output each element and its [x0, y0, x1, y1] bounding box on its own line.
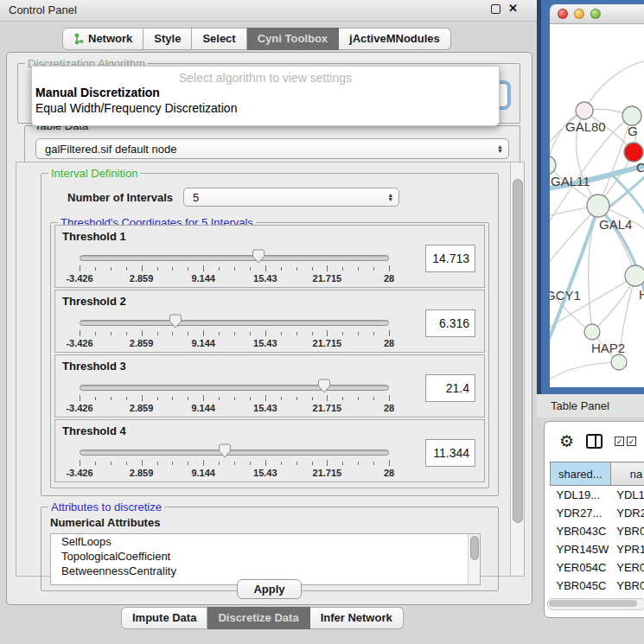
table-cell[interactable]: YLR3 [610, 613, 644, 618]
threshold-slider[interactable]: -3.4262.8599.14415.4321.71528 [80, 250, 389, 284]
tab-label: Cyni Toolbox [258, 29, 328, 49]
network-edge [550, 111, 584, 163]
table-cell[interactable]: YDL1 [610, 486, 644, 505]
thresholds-group: Threshold's Coordinates for 5 Intervals … [50, 222, 489, 488]
table-cell[interactable]: YDR2 [610, 504, 644, 522]
apply-button[interactable]: Apply [237, 579, 301, 599]
threshold-slider[interactable]: -3.4262.8599.14415.4321.71528 [80, 444, 389, 479]
tab-infer-network[interactable]: Infer Network [310, 607, 404, 629]
threshold-slider[interactable]: -3.4262.8599.14415.4321.71528 [80, 315, 389, 349]
attributes-scrollbar[interactable] [468, 534, 480, 584]
cyni-toolbox-panel: Discretization Algorithm Select algorith… [6, 52, 532, 605]
table-row[interactable]: YPR145WYPR1 [551, 540, 644, 558]
algorithm-option[interactable]: Equal Width/Frequency Discretization [32, 100, 499, 116]
network-node[interactable] [576, 102, 593, 119]
columns-icon[interactable] [586, 434, 603, 449]
checkbox-icon[interactable]: ✓ [627, 437, 636, 446]
table-cell[interactable]: YBR0 [610, 577, 644, 595]
table-cell[interactable]: YPR145W [551, 540, 611, 558]
float-window-icon[interactable] [491, 4, 501, 14]
table-cell[interactable]: YDL19... [551, 486, 611, 505]
threshold-box: Threshold 2-3.4262.8599.14415.4321.71528… [54, 290, 485, 353]
table-row[interactable]: YLR345WYLR3 [551, 613, 644, 618]
slider-thumb[interactable] [317, 379, 330, 393]
slider-track[interactable] [80, 385, 389, 391]
attribute-item[interactable]: TopologicalCoefficient [51, 549, 480, 564]
num-intervals-label: Number of Intervals [67, 191, 173, 204]
table-row[interactable]: YDL19...YDL1 [551, 486, 644, 505]
network-canvas[interactable]: GAL80GCGAL11GAL4GCY1HHAP2 [550, 24, 644, 387]
table-panel-title: Table Panel [551, 399, 609, 412]
table-row[interactable]: YDR27...YDR2 [551, 504, 644, 522]
network-node[interactable] [611, 354, 627, 370]
network-node[interactable] [625, 265, 644, 286]
network-node[interactable] [587, 194, 609, 217]
table-column-header[interactable]: shared... [551, 462, 611, 486]
table-data-combo[interactable]: galFiltered.sif default node ▲▼ [35, 138, 509, 159]
table-cell[interactable]: YPR1 [610, 540, 644, 558]
close-icon[interactable]: ✕ [508, 3, 518, 14]
slider-track[interactable] [80, 320, 389, 326]
network-node[interactable] [584, 324, 600, 340]
close-traffic-light-icon[interactable] [558, 9, 568, 19]
threshold-slider[interactable]: -3.4262.8599.14415.4321.71528 [80, 379, 389, 414]
table-cell[interactable]: YBR043C [551, 522, 611, 540]
tab-select[interactable]: Select [192, 28, 246, 50]
slider-ticks [80, 395, 389, 402]
attribute-item[interactable]: BetweennessCentrality [51, 564, 480, 578]
table-cell[interactable]: YLR345W [551, 613, 611, 618]
tab-label: Select [202, 29, 235, 49]
algorithm-popup: Select algorithm to view settings Manual… [31, 66, 500, 126]
combo-spinner-icon: ▲▼ [387, 193, 393, 201]
table-cell[interactable]: YER0 [610, 558, 644, 577]
threshold-label: Threshold 4 [62, 424, 126, 437]
table-hscrollbar[interactable] [547, 598, 644, 610]
slider-scale-labels: -3.4262.8599.14415.4321.71528 [80, 403, 389, 413]
slider-track[interactable] [80, 255, 389, 261]
slider-scale-labels: -3.4262.8599.14415.4321.71528 [80, 468, 389, 478]
table-toolbar: ⚙ ✓ ✓ [545, 422, 644, 460]
tab-discretize-data[interactable]: Discretize Data [207, 607, 309, 629]
table-row[interactable]: YER054CYER0 [551, 558, 644, 577]
threshold-value-field[interactable]: 14.713 [425, 245, 475, 272]
table-cell[interactable]: YBR0 [610, 522, 644, 540]
network-edge [610, 173, 644, 216]
slider-thumb[interactable] [252, 249, 265, 264]
network-node[interactable] [624, 143, 643, 162]
network-edge [550, 206, 598, 277]
gear-icon[interactable]: ⚙ [559, 433, 574, 450]
table-cell[interactable]: YDR27... [551, 504, 611, 522]
table-row[interactable]: YBR043CYBR0 [551, 522, 644, 540]
num-intervals-combo[interactable]: 5 ▲▼ [183, 188, 399, 207]
threshold-label: Threshold 2 [62, 295, 126, 308]
slider-thumb[interactable] [169, 314, 182, 328]
slider-ticks [80, 460, 389, 467]
threshold-value-field[interactable]: 21.4 [425, 374, 475, 402]
tab-impute-data[interactable]: Impute Data [121, 607, 207, 629]
algorithm-option[interactable]: Manual Discretization [32, 85, 499, 100]
network-node[interactable] [622, 106, 641, 125]
minimize-traffic-light-icon[interactable] [574, 9, 584, 19]
network-node[interactable] [550, 156, 556, 175]
table-cell[interactable]: YER054C [551, 558, 611, 577]
tab-network[interactable]: Network [62, 28, 143, 50]
table-column-header[interactable]: na [610, 462, 644, 486]
settings-scrollbar[interactable] [510, 163, 524, 576]
tab-jactivemnodules[interactable]: jActiveMNodules [339, 28, 451, 50]
bottom-tabs: Impute DataDiscretize DataInfer Network [121, 607, 404, 629]
slider-track[interactable] [80, 450, 389, 456]
table-row[interactable]: YBR045CYBR0 [551, 577, 644, 595]
table-cell[interactable]: YBR045C [551, 577, 611, 595]
attribute-item[interactable]: SelfLoops [51, 534, 480, 549]
settings-scroll-region: Interval Definition Number of Intervals … [16, 162, 525, 577]
zoom-traffic-light-icon[interactable] [590, 9, 601, 19]
threshold-box: Threshold 3-3.4262.8599.14415.4321.71528… [54, 354, 485, 418]
threshold-value-field[interactable]: 6.316 [425, 309, 475, 337]
slider-thumb[interactable] [219, 443, 232, 458]
checkbox-icon[interactable]: ✓ [615, 437, 624, 446]
threshold-value-field[interactable]: 11.344 [425, 439, 475, 467]
tab-cyni-toolbox[interactable]: Cyni Toolbox [247, 28, 339, 50]
tab-style[interactable]: Style [143, 28, 192, 50]
tab-label: Discretize Data [218, 608, 298, 628]
network-window-titlebar[interactable] [550, 4, 644, 24]
